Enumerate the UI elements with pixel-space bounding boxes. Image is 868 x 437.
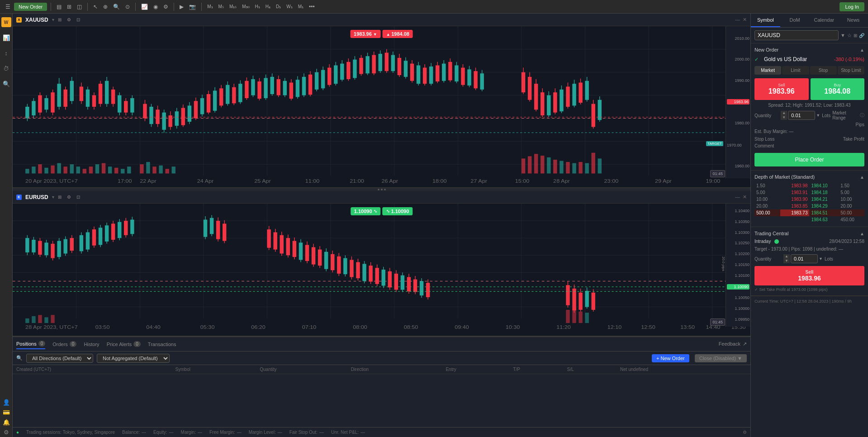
positions-new-order-button[interactable]: + New Order xyxy=(652,354,689,362)
order-type-stop-limit[interactable]: Stop Limit xyxy=(838,66,864,75)
dom-row-3: 20.00 1983.85 1984.29 20.00 xyxy=(754,203,864,209)
symbol-input[interactable] xyxy=(754,30,839,40)
replay-icon[interactable]: ▶ xyxy=(178,3,185,11)
search-icon[interactable]: ⊙ xyxy=(123,3,132,11)
order-type-limit[interactable]: Limit xyxy=(782,66,809,75)
xauusd-buy-bubble[interactable]: ▲ 1984.08 xyxy=(383,30,413,38)
aggregation-filter[interactable]: Not Aggregated (Default) xyxy=(97,354,170,363)
sidebar-icon-deposit[interactable]: 💳 xyxy=(1,407,11,417)
xauusd-minimize-icon[interactable]: — xyxy=(735,17,740,23)
timeframe-m5[interactable]: M₅ xyxy=(217,3,226,10)
xauusd-chart-body[interactable]: 1983.96 ▼ ▲ 1984.08 xyxy=(13,26,750,187)
timeframe-h1[interactable]: H₁ xyxy=(253,3,262,10)
crosshair-icon[interactable]: ⊕ xyxy=(101,3,109,11)
tc-collapse-icon[interactable]: ▲ xyxy=(860,231,864,236)
eurusd-close-icon[interactable]: ✕ xyxy=(743,194,747,200)
tc-quantity-input[interactable] xyxy=(791,254,818,263)
tab-transactions[interactable]: Transactions xyxy=(148,340,176,349)
buy-button[interactable]: Buy 1984.08 xyxy=(811,78,865,100)
symbol-link-icon[interactable]: 🔗 xyxy=(859,33,864,38)
new-order-button[interactable]: New Order xyxy=(14,3,47,11)
feedback-link[interactable]: Feedback ↗ xyxy=(719,341,747,347)
tc-qty-down[interactable]: ▼ xyxy=(783,259,790,263)
order-type-market[interactable]: Market xyxy=(754,66,781,75)
chart-icon[interactable]: ▤ xyxy=(55,3,63,11)
sidebar-icon-watchlist[interactable]: W xyxy=(1,17,11,27)
sidebar-icon-search[interactable]: 🔍 xyxy=(1,79,11,89)
eurusd-minimize-icon[interactable]: — xyxy=(735,194,740,200)
tab-history[interactable]: History xyxy=(84,340,99,349)
timeframe-w1[interactable]: W₁ xyxy=(285,3,294,10)
dom-ask-3[interactable]: 1984.29 xyxy=(809,203,839,209)
dom-collapse-icon[interactable]: ▲ xyxy=(860,175,864,180)
right-tab-calendar[interactable]: Calendar xyxy=(810,14,839,27)
sell-button[interactable]: Sell 1983.96 xyxy=(754,78,809,100)
timeframe-m1[interactable]: M₁ xyxy=(205,3,214,10)
timeframe-mn[interactable]: M₁ xyxy=(296,3,305,10)
xauusd-sell-bubble[interactable]: 1983.96 ▼ xyxy=(350,30,381,38)
dom-ask-1[interactable]: 1984.18 xyxy=(809,189,839,196)
symbol-selector: ▼ ☆ ⊞ 🔗 xyxy=(751,28,868,43)
quantity-input[interactable] xyxy=(788,111,815,120)
sidebar-icon-history[interactable]: ⏱ xyxy=(1,63,11,73)
cursor-icon[interactable]: ↖ xyxy=(91,3,100,11)
right-tab-symbol[interactable]: Symbol xyxy=(751,14,780,27)
direction-filter[interactable]: All Directions (Default) xyxy=(26,354,93,363)
tab-positions[interactable]: Positions 0 xyxy=(16,339,45,349)
bottom-toolbar: 🔍 All Directions (Default) Not Aggregate… xyxy=(13,352,750,365)
eurusd-expand-icon[interactable]: ⊡ xyxy=(76,195,80,200)
eurusd-buy-bubble[interactable]: ⤡ 1.10090 xyxy=(383,207,413,215)
right-tab-news[interactable]: News xyxy=(839,14,868,27)
more-icon[interactable]: ••• xyxy=(307,3,317,11)
layout-icon[interactable]: ◫ xyxy=(75,3,84,11)
screenshot-icon[interactable]: 📷 xyxy=(187,3,198,11)
dom-ask-5[interactable]: 1984.63 xyxy=(809,216,839,223)
template-icon[interactable]: ◉ xyxy=(152,3,160,11)
symbol-dropdown-icon[interactable]: ▼ xyxy=(840,33,845,38)
tc-qty-up[interactable]: ▲ xyxy=(783,254,790,259)
tab-price-alerts[interactable]: Price Alerts 0 xyxy=(107,339,141,349)
dom-ask-4[interactable]: 1984.51 xyxy=(809,209,839,216)
dom-ask-0[interactable]: 1984.10 xyxy=(809,182,839,189)
sidebar-icon-settings[interactable]: ⚙ xyxy=(1,427,11,437)
symbol-star-icon[interactable]: ☆ xyxy=(847,33,852,38)
dom-bid-2[interactable]: 1983.90 xyxy=(780,196,810,203)
login-button[interactable]: Log In xyxy=(840,2,864,11)
settings-icon[interactable]: ⚙ xyxy=(161,3,170,11)
dom-bid-3[interactable]: 1983.85 xyxy=(780,203,810,209)
tc-sell-button[interactable]: Sell 1983.96 xyxy=(754,266,864,285)
sidebar-icon-alert[interactable]: 🔔 xyxy=(1,417,11,427)
xauusd-settings-icon[interactable]: ⚙ xyxy=(67,17,71,22)
dom-bid-1[interactable]: 1983.91 xyxy=(780,189,810,196)
eurusd-chart-body[interactable]: 1.10090 ⤡ ⤡ 1.10090 xyxy=(13,204,750,336)
eurusd-price-6: 1.10150 xyxy=(727,262,749,267)
indicator-icon[interactable]: 📈 xyxy=(139,3,150,11)
dom-bid-4[interactable]: 1983.73 xyxy=(780,209,810,216)
dom-ask-2[interactable]: 1984.21 xyxy=(809,196,839,203)
xauusd-close-icon[interactable]: ✕ xyxy=(743,17,747,23)
status-settings-icon[interactable]: ⚙ xyxy=(743,430,747,435)
timeframe-m15[interactable]: M₁₅ xyxy=(228,3,238,10)
sidebar-icon-chart[interactable]: 📊 xyxy=(1,33,11,43)
close-button[interactable]: Close (Disabled) ▼ xyxy=(695,354,747,362)
menu-icon[interactable]: ☰ xyxy=(4,3,12,11)
order-collapse-icon[interactable]: ▲ xyxy=(860,48,864,52)
right-tab-dom[interactable]: DoM xyxy=(780,14,810,27)
timeframe-d1[interactable]: D₁ xyxy=(274,3,283,10)
timeframe-h4[interactable]: H₄ xyxy=(264,3,272,10)
zoom-icon[interactable]: 🔍 xyxy=(111,3,122,11)
eurusd-settings-icon[interactable]: ⚙ xyxy=(67,195,71,200)
symbol-detach-icon[interactable]: ⊞ xyxy=(854,33,857,38)
dom-bid-0[interactable]: 1983.98 xyxy=(780,182,810,189)
qty-spin-up[interactable]: ▲ xyxy=(781,111,787,115)
qty-spin-down[interactable]: ▼ xyxy=(781,115,787,120)
eurusd-sell-bubble[interactable]: 1.10090 ⤡ xyxy=(351,207,381,215)
grid-icon[interactable]: ⊞ xyxy=(65,3,73,11)
sidebar-icon-account[interactable]: 👤 xyxy=(1,397,11,407)
order-type-stop[interactable]: Stop xyxy=(810,66,837,75)
tab-orders[interactable]: Orders 0 xyxy=(52,339,76,349)
sidebar-icon-trade[interactable]: ↕ xyxy=(1,48,11,58)
xauusd-expand-icon[interactable]: ⊡ xyxy=(76,17,80,22)
place-order-button[interactable]: Place Order xyxy=(754,153,864,166)
timeframe-m30[interactable]: M₃₀ xyxy=(240,3,251,10)
